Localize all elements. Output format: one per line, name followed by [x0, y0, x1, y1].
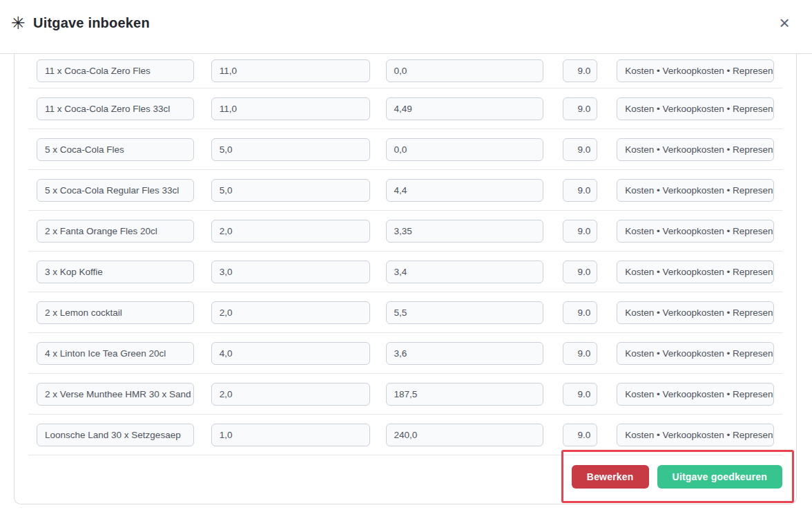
- table-row: 5 x Coca-Cola Fles 5,0 0,0 9.0 Kosten • …: [28, 129, 782, 170]
- category-input[interactable]: Kosten • Verkoopkosten • Represen: [617, 261, 774, 283]
- category-input[interactable]: Kosten • Verkoopkosten • Represen: [617, 138, 774, 161]
- quantity-input[interactable]: 1,0: [211, 424, 370, 446]
- approve-expense-button[interactable]: Uitgave goedkeuren: [657, 465, 782, 489]
- table-row: 11 x Coca-Cola Zero Fles 11,0 0,0 9.0 Ko…: [28, 54, 782, 88]
- vat-input[interactable]: 9.0: [563, 59, 597, 82]
- vat-input[interactable]: 9.0: [563, 424, 597, 446]
- page-title: Uitgave inboeken: [33, 15, 150, 32]
- description-input[interactable]: 3 x Kop Koffie: [37, 261, 194, 283]
- quantity-input[interactable]: 4,0: [211, 342, 370, 365]
- description-input[interactable]: 5 x Coca-Cola Fles: [37, 138, 194, 161]
- table-row: 4 x Linton Ice Tea Green 20cl 4,0 3,6 9.…: [28, 333, 782, 374]
- table-row: 2 x Fanta Orange Fles 20cl 2,0 3,35 9.0 …: [28, 211, 782, 252]
- category-input[interactable]: Kosten • Verkoopkosten • Represen: [617, 301, 774, 324]
- modal-header: ✳ Uitgave inboeken ×: [0, 0, 812, 54]
- category-input[interactable]: Kosten • Verkoopkosten • Represen: [617, 97, 774, 120]
- quantity-input[interactable]: 2,0: [211, 220, 370, 243]
- table-row: 2 x Lemon cocktail 2,0 5,5 9.0 Kosten • …: [28, 292, 782, 333]
- category-input[interactable]: Kosten • Verkoopkosten • Represen: [617, 383, 774, 406]
- vat-input[interactable]: 9.0: [563, 261, 597, 283]
- close-icon: ×: [779, 12, 789, 33]
- vat-input[interactable]: 9.0: [563, 383, 597, 406]
- footer-actions: Bewerken Uitgave goedkeuren: [14, 455, 796, 489]
- table-row: Loonsche Land 30 x Setzgesaep 1,0 240,0 …: [28, 415, 782, 455]
- expense-lines-table: 11 x Coca-Cola Zero Fles 11,0 0,0 9.0 Ko…: [28, 54, 782, 455]
- description-input[interactable]: 11 x Coca-Cola Zero Fles: [37, 59, 194, 82]
- price-input[interactable]: 187,5: [386, 383, 544, 406]
- description-input[interactable]: 2 x Fanta Orange Fles 20cl: [37, 220, 194, 243]
- star-icon: ✳: [11, 13, 26, 32]
- vat-input[interactable]: 9.0: [563, 342, 597, 365]
- vat-input[interactable]: 9.0: [563, 138, 597, 161]
- price-input[interactable]: 5,5: [386, 301, 544, 324]
- price-input[interactable]: 0,0: [386, 59, 544, 82]
- category-input[interactable]: Kosten • Verkoopkosten • Represen: [617, 220, 774, 243]
- price-input[interactable]: 3,35: [386, 220, 544, 243]
- vat-input[interactable]: 9.0: [563, 97, 597, 120]
- price-input[interactable]: 4,4: [386, 179, 544, 202]
- description-input[interactable]: 2 x Lemon cocktail: [37, 301, 194, 324]
- price-input[interactable]: 0,0: [386, 138, 544, 161]
- price-input[interactable]: 3,4: [386, 261, 544, 283]
- price-input[interactable]: 240,0: [386, 424, 544, 446]
- close-button[interactable]: ×: [775, 12, 794, 33]
- category-input[interactable]: Kosten • Verkoopkosten • Represen: [617, 342, 774, 365]
- quantity-input[interactable]: 2,0: [211, 383, 370, 406]
- vat-input[interactable]: 9.0: [563, 220, 597, 243]
- table-row: 3 x Kop Koffie 3,0 3,4 9.0 Kosten • Verk…: [28, 252, 782, 292]
- category-input[interactable]: Kosten • Verkoopkosten • Represen: [617, 59, 774, 82]
- price-input[interactable]: 3,6: [386, 342, 544, 365]
- quantity-input[interactable]: 5,0: [211, 179, 370, 202]
- vat-input[interactable]: 9.0: [563, 301, 597, 324]
- vat-input[interactable]: 9.0: [563, 179, 597, 202]
- table-row: 2 x Verse Munthee HMR 30 x Sand 2,0 187,…: [28, 374, 782, 415]
- expense-lines-card: 11 x Coca-Cola Zero Fles 11,0 0,0 9.0 Ko…: [14, 54, 797, 504]
- description-input[interactable]: 5 x Coca-Cola Regular Fles 33cl: [37, 179, 194, 202]
- description-input[interactable]: 11 x Coca-Cola Zero Fles 33cl: [37, 97, 194, 120]
- description-input[interactable]: Loonsche Land 30 x Setzgesaep: [37, 424, 194, 446]
- quantity-input[interactable]: 3,0: [211, 261, 370, 283]
- table-row: 11 x Coca-Cola Zero Fles 33cl 11,0 4,49 …: [28, 88, 782, 129]
- category-input[interactable]: Kosten • Verkoopkosten • Represen: [617, 424, 774, 446]
- quantity-input[interactable]: 2,0: [211, 301, 370, 324]
- quantity-input[interactable]: 11,0: [211, 59, 370, 82]
- table-row: 5 x Coca-Cola Regular Fles 33cl 5,0 4,4 …: [28, 170, 782, 211]
- category-input[interactable]: Kosten • Verkoopkosten • Represen: [617, 179, 774, 202]
- edit-button[interactable]: Bewerken: [572, 465, 649, 489]
- quantity-input[interactable]: 11,0: [211, 97, 370, 120]
- quantity-input[interactable]: 5,0: [211, 138, 370, 161]
- description-input[interactable]: 4 x Linton Ice Tea Green 20cl: [37, 342, 194, 365]
- description-input[interactable]: 2 x Verse Munthee HMR 30 x Sand: [37, 383, 194, 406]
- price-input[interactable]: 4,49: [386, 97, 544, 120]
